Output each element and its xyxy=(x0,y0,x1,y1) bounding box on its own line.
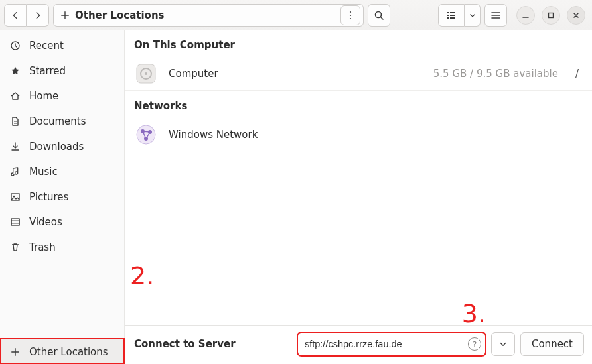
svg-rect-7 xyxy=(450,15,455,16)
connect-label: Connect to Server xyxy=(133,338,236,350)
sidebar-item-label: Starred xyxy=(29,65,66,77)
maximize-button[interactable] xyxy=(542,6,560,25)
sidebar-item-label: Videos xyxy=(29,216,62,228)
svg-rect-12 xyxy=(11,194,19,200)
network-icon xyxy=(134,123,158,147)
section-on-this-computer: On This Computer xyxy=(125,30,592,56)
download-icon xyxy=(10,141,21,152)
view-list-button[interactable] xyxy=(438,4,465,27)
header-bar: Other Locations xyxy=(0,0,592,30)
sidebar-item-label: Recent xyxy=(29,40,64,52)
plus-icon xyxy=(11,347,20,357)
sidebar-item-label: Trash xyxy=(29,241,56,253)
list-icon xyxy=(446,10,457,21)
chevron-down-icon xyxy=(469,12,476,19)
forward-button[interactable] xyxy=(27,4,49,27)
close-button[interactable] xyxy=(567,6,585,25)
svg-rect-8 xyxy=(447,17,449,19)
trash-icon xyxy=(10,242,21,253)
sidebar-item-music[interactable]: Music xyxy=(0,159,124,184)
search-icon xyxy=(374,10,384,21)
row-label: Windows Network xyxy=(169,129,258,141)
sidebar-item-starred[interactable]: Starred xyxy=(0,58,124,84)
sidebar-item-label: Other Locations xyxy=(29,346,108,358)
minimize-icon xyxy=(522,11,530,19)
sidebar-item-label: Music xyxy=(29,166,58,178)
chevron-right-icon xyxy=(33,11,42,20)
minimize-button[interactable] xyxy=(516,6,535,25)
back-button[interactable] xyxy=(4,4,27,27)
sidebar-item-label: Downloads xyxy=(29,141,84,152)
hamburger-icon xyxy=(490,10,501,21)
sidebar-item-home[interactable]: Home xyxy=(0,84,124,109)
sidebar-item-label: Documents xyxy=(29,115,86,127)
window-controls xyxy=(516,6,585,25)
svg-point-17 xyxy=(145,72,147,75)
videos-icon xyxy=(10,217,21,227)
svg-point-13 xyxy=(13,196,15,197)
svg-point-1 xyxy=(350,14,351,15)
sidebar-item-label: Pictures xyxy=(29,191,68,203)
main-pane: On This Computer Computer 5.5 GB / 9.5 G… xyxy=(125,30,592,364)
connect-input-wrap: ? xyxy=(297,332,486,356)
plus-icon xyxy=(60,11,70,20)
svg-rect-4 xyxy=(447,12,449,13)
row-computer[interactable]: Computer 5.5 GB / 9.5 GB available / xyxy=(125,56,592,91)
chevron-left-icon xyxy=(11,11,20,20)
chevron-down-icon xyxy=(499,340,507,348)
sidebar-item-downloads[interactable]: Downloads xyxy=(0,134,124,159)
view-switch xyxy=(438,4,481,27)
svg-point-0 xyxy=(350,11,351,12)
svg-point-2 xyxy=(350,17,351,19)
drive-icon xyxy=(134,62,158,86)
svg-rect-10 xyxy=(549,13,554,17)
home-icon xyxy=(10,91,21,101)
svg-rect-9 xyxy=(450,17,455,19)
sidebar-item-videos[interactable]: Videos xyxy=(0,210,124,235)
sidebar-item-recent[interactable]: Recent xyxy=(0,33,124,58)
row-subtext: 5.5 GB / 9.5 GB available xyxy=(433,68,558,80)
kebab-icon xyxy=(346,11,354,20)
view-options-button[interactable] xyxy=(465,4,481,27)
svg-rect-5 xyxy=(450,12,455,13)
sidebar-item-documents[interactable]: Documents xyxy=(0,109,124,134)
connect-bar: Connect to Server ? Connect xyxy=(125,325,592,364)
connect-button[interactable]: Connect xyxy=(520,332,584,356)
sidebar-item-other-locations[interactable]: Other Locations xyxy=(0,339,124,364)
sidebar-item-label: Home xyxy=(29,90,58,102)
maximize-icon xyxy=(547,11,555,19)
row-label: Computer xyxy=(169,68,218,80)
connect-button-label: Connect xyxy=(532,338,573,350)
sidebar-item-pictures[interactable]: Pictures xyxy=(0,184,124,210)
sidebar: Recent Starred Home Documents Downloads … xyxy=(0,30,125,364)
documents-icon xyxy=(10,116,21,127)
star-icon xyxy=(10,66,21,76)
svg-rect-14 xyxy=(11,219,19,225)
path-label: Other Locations xyxy=(75,9,165,21)
svg-rect-6 xyxy=(447,15,449,16)
close-icon xyxy=(572,11,580,19)
row-path: / xyxy=(575,68,579,80)
help-icon[interactable]: ? xyxy=(468,337,481,351)
section-networks: Networks xyxy=(125,91,592,117)
pictures-icon xyxy=(10,192,21,202)
recent-servers-button[interactable] xyxy=(491,332,515,356)
hamburger-menu-button[interactable] xyxy=(484,4,507,27)
clock-icon xyxy=(10,40,21,51)
sidebar-item-trash[interactable]: Trash xyxy=(0,235,124,260)
search-button[interactable] xyxy=(368,4,390,27)
path-bar: Other Locations xyxy=(53,4,364,27)
nav-back-forward xyxy=(4,4,49,27)
path-menu-button[interactable] xyxy=(340,5,360,25)
music-icon xyxy=(10,166,21,177)
row-windows-network[interactable]: Windows Network xyxy=(125,117,592,152)
svg-point-18 xyxy=(137,125,155,144)
server-address-input[interactable] xyxy=(305,339,468,349)
